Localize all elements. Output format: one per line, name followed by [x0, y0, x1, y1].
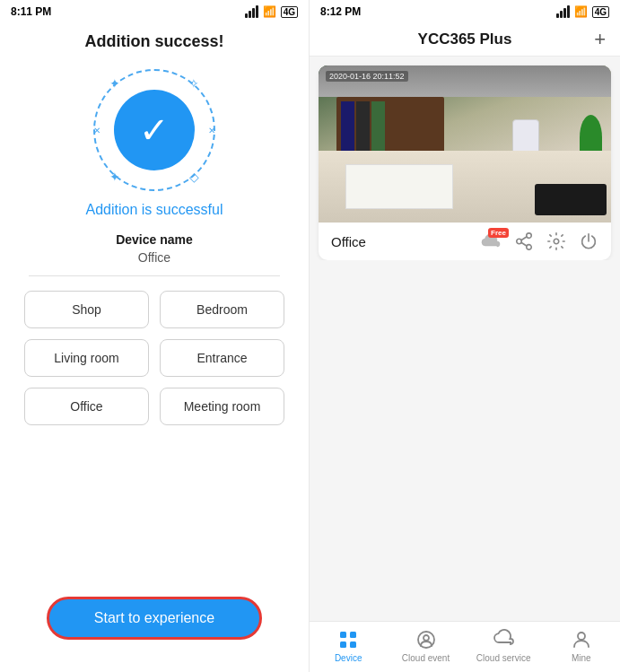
- nav-item-cloud-event[interactable]: Cloud event: [399, 629, 453, 663]
- cloud-event-nav-icon: [415, 629, 437, 650]
- camera-actions: Free: [480, 231, 598, 251]
- settings-button[interactable]: [546, 231, 566, 251]
- cloud-service-nav-icon: [493, 629, 514, 650]
- success-title: Addition success!: [84, 32, 223, 51]
- cloud-storage-button[interactable]: Free: [480, 233, 502, 249]
- nav-label-device: Device: [335, 653, 362, 663]
- wifi-icon-left: 📶: [263, 5, 276, 18]
- sparkle-1: ✦: [109, 76, 120, 91]
- room-btn-shop[interactable]: Shop: [24, 291, 149, 328]
- left-panel: 8:11 PM 📶 4G Addition success! ✦ ✧ ✦ ◇ ✕…: [0, 0, 310, 672]
- camera-info-bar: Office Free: [319, 223, 611, 260]
- signal-icon-right: [556, 5, 570, 18]
- cam-papers: [345, 164, 453, 209]
- sparkle-5: ✕: [93, 126, 100, 135]
- bottom-navigation: Device Cloud event Cloud service Mine: [310, 621, 620, 672]
- svg-rect-9: [350, 641, 356, 648]
- svg-rect-7: [350, 632, 356, 638]
- nav-item-cloud-service[interactable]: Cloud service: [476, 629, 531, 663]
- right-content-area: [310, 260, 620, 621]
- time-left: 8:11 PM: [11, 5, 51, 18]
- start-experience-button[interactable]: Start to experience: [47, 597, 262, 640]
- lte-badge-right: 4G: [592, 6, 609, 18]
- time-right: 8:12 PM: [320, 5, 361, 18]
- device-name-label: Device name: [116, 232, 193, 247]
- svg-point-2: [527, 245, 532, 250]
- power-button[interactable]: [579, 231, 598, 251]
- svg-rect-6: [340, 632, 346, 638]
- status-bar-left: 8:11 PM 📶 4G: [0, 0, 309, 23]
- room-btn-entrance[interactable]: Entrance: [160, 339, 284, 377]
- svg-point-12: [578, 633, 585, 640]
- free-badge: Free: [488, 228, 509, 238]
- check-circle: ✓: [114, 90, 195, 170]
- svg-point-11: [424, 635, 429, 641]
- camera-timestamp: 2020-01-16 20:11:52: [326, 71, 408, 82]
- sparkle-3: ✦: [109, 170, 120, 184]
- svg-line-3: [521, 237, 527, 240]
- svg-point-5: [554, 239, 559, 244]
- lte-badge-left: 4G: [281, 6, 298, 18]
- nav-label-cloud-event: Cloud event: [402, 653, 450, 663]
- right-panel: 8:12 PM 📶 4G YCC365 Plus +: [310, 0, 620, 672]
- sparkle-2: ✧: [188, 76, 199, 91]
- rooms-grid: Shop Bedroom Living room Entrance Office…: [24, 291, 284, 425]
- svg-rect-8: [340, 641, 346, 648]
- success-subtitle: Addition is successful: [86, 202, 223, 218]
- nav-item-mine[interactable]: Mine: [555, 629, 608, 663]
- checkmark-icon: ✓: [139, 112, 170, 148]
- success-animation: ✦ ✧ ✦ ◇ ✕ ✕ ✓: [92, 67, 217, 193]
- camera-bg: [319, 65, 611, 223]
- camera-feed[interactable]: 2020-01-16 20:11:52: [319, 65, 611, 223]
- device-nav-icon: [337, 629, 359, 650]
- app-title: YCC365 Plus: [418, 31, 512, 48]
- room-btn-meeting-room[interactable]: Meeting room: [160, 388, 284, 425]
- room-btn-office[interactable]: Office: [24, 388, 149, 425]
- start-btn-wrapper: Start to experience: [47, 597, 262, 640]
- mine-nav-icon: [571, 629, 592, 650]
- room-btn-bedroom[interactable]: Bedroom: [160, 291, 284, 328]
- nav-label-mine: Mine: [572, 653, 591, 663]
- status-bar-right: 8:12 PM 📶 4G: [310, 0, 620, 23]
- wifi-icon-right: 📶: [574, 5, 588, 18]
- right-header: YCC365 Plus +: [310, 23, 620, 57]
- nav-label-cloud-service: Cloud service: [476, 653, 531, 663]
- camera-name: Office: [331, 234, 366, 249]
- sparkle-4: ◇: [189, 170, 199, 184]
- divider: [29, 275, 280, 276]
- nav-item-device[interactable]: Device: [321, 629, 375, 663]
- sparkle-6: ✕: [208, 126, 215, 135]
- add-device-button[interactable]: +: [594, 30, 606, 49]
- svg-point-1: [517, 239, 522, 244]
- share-button[interactable]: [514, 231, 534, 251]
- device-name-value: Office: [138, 250, 170, 265]
- cam-keyboard: [535, 184, 607, 215]
- svg-line-4: [521, 242, 527, 246]
- signal-icon-left: [245, 5, 258, 18]
- room-btn-living-room[interactable]: Living room: [24, 339, 149, 377]
- camera-card[interactable]: 2020-01-16 20:11:52 Office Free: [319, 65, 611, 260]
- svg-point-0: [527, 233, 532, 239]
